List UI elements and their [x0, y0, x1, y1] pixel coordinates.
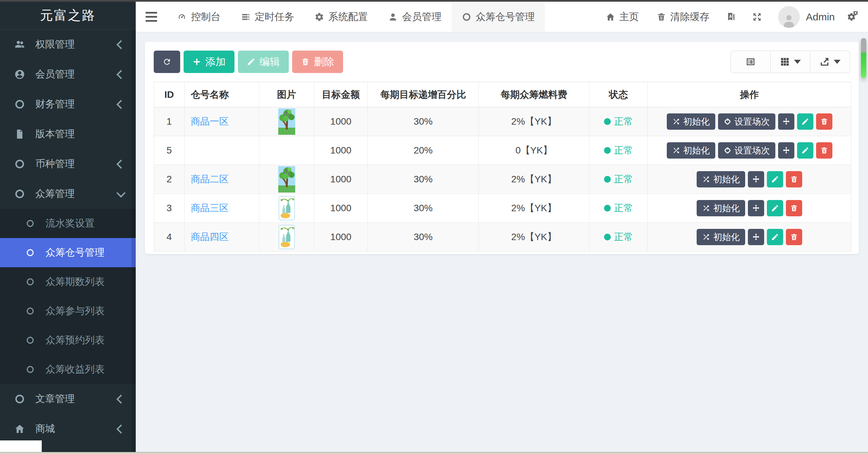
home-icon: [14, 423, 32, 434]
cell-name: 商品二区: [185, 165, 259, 194]
sidebar-scrollbar-track[interactable]: [131, 30, 136, 454]
circle-icon: [14, 188, 32, 199]
sidebar-subitem-众筹预约列表[interactable]: 众筹预约列表: [0, 326, 136, 355]
nav-link-home[interactable]: 主页: [597, 2, 648, 32]
pencil-icon: [801, 117, 809, 126]
row-edit-button[interactable]: [797, 113, 813, 130]
fullscreen-button[interactable]: [744, 2, 770, 32]
drag-sort-button[interactable]: [748, 229, 764, 245]
nav-tab-4[interactable]: 会员管理: [378, 2, 452, 32]
nav-tab-5[interactable]: 众筹仓号管理: [452, 2, 545, 32]
row-delete-button[interactable]: [786, 229, 802, 245]
warehouse-name-link[interactable]: 商品四区: [191, 232, 229, 242]
cell-name: 商品一区: [185, 107, 259, 136]
row-delete-button[interactable]: [816, 142, 832, 159]
refresh-button[interactable]: [154, 51, 180, 73]
cell-amount: 1000: [314, 136, 368, 165]
vase-image[interactable]: [279, 225, 295, 249]
status-dot-icon: [604, 176, 611, 183]
circle-icon: [26, 365, 43, 374]
sidebar-item-会员管理[interactable]: 会员管理: [0, 59, 136, 89]
row-edit-button[interactable]: [767, 200, 783, 216]
warehouse-name-link[interactable]: 商品三区: [191, 203, 229, 213]
tag-icon: [723, 146, 732, 155]
sidebar-item-币种管理[interactable]: 币种管理: [0, 149, 136, 179]
cell-status: 正常: [589, 107, 648, 136]
sidebar-subitem-label: 流水奖设置: [45, 217, 95, 230]
vase-image[interactable]: [279, 196, 295, 220]
drag-sort-button[interactable]: [748, 200, 764, 216]
nav-tab-2[interactable]: 定时任务: [231, 2, 304, 32]
cell-image: [259, 223, 314, 252]
language-button[interactable]: [718, 2, 744, 32]
settings-gears-button[interactable]: [843, 2, 868, 32]
set-sessions-button[interactable]: 设置场次: [718, 113, 775, 130]
sidebar-subitem-众筹收益列表[interactable]: 众筹收益列表: [0, 355, 136, 384]
init-button[interactable]: 初始化: [697, 171, 745, 187]
pencil-icon: [771, 204, 779, 212]
sidebar-item-商城[interactable]: 商城: [0, 414, 136, 444]
nav-link-clear-cache[interactable]: 清除缓存: [648, 2, 718, 32]
warehouse-name-link[interactable]: 商品一区: [191, 116, 229, 127]
tree-image[interactable]: [278, 108, 295, 135]
init-button[interactable]: 初始化: [667, 113, 715, 130]
avatar: [778, 6, 800, 28]
row-delete-button[interactable]: [786, 200, 802, 216]
sidebar-item-权限管理[interactable]: 权限管理: [0, 30, 136, 59]
circle-icon: [26, 277, 43, 286]
nav-tab-1[interactable]: 控制台: [167, 2, 231, 32]
sidebar-subitem-众筹参与列表[interactable]: 众筹参与列表: [0, 296, 136, 326]
pencil-icon: [801, 146, 809, 155]
pencil-icon: [247, 57, 256, 66]
detail-view-button[interactable]: [731, 51, 770, 73]
users-icon: [14, 39, 32, 50]
cell-actions: 初始化: [648, 165, 851, 194]
tree-image[interactable]: [278, 166, 295, 193]
nav-tab-3[interactable]: 系统配置: [304, 2, 378, 32]
table-row: 4商品四区100030%2%【YK】正常初始化: [154, 223, 851, 252]
drag-sort-button[interactable]: [748, 171, 764, 187]
add-button[interactable]: 添加: [184, 51, 234, 73]
sidebar-item-众筹管理[interactable]: 众筹管理: [0, 179, 136, 209]
trash-icon: [790, 233, 798, 241]
status-label: 正常: [614, 115, 633, 128]
cell-image: [259, 165, 314, 194]
set-sessions-button[interactable]: 设置场次: [718, 142, 775, 159]
nav-tab-label: 控制台: [191, 10, 221, 24]
edit-button[interactable]: 编辑: [238, 51, 289, 73]
sidebar-subitem-label: 众筹仓号管理: [45, 246, 105, 259]
init-button[interactable]: 初始化: [697, 229, 745, 245]
user-menu[interactable]: Admin: [770, 2, 843, 32]
sidebar-subitem-众筹仓号管理[interactable]: 众筹仓号管理: [0, 238, 136, 267]
drag-sort-button[interactable]: [778, 142, 794, 159]
sidebar-item-版本管理[interactable]: 版本管理: [0, 119, 136, 149]
export-button[interactable]: [810, 51, 850, 73]
warehouse-name-link[interactable]: 商品二区: [191, 174, 229, 184]
row-edit-button[interactable]: [797, 142, 813, 159]
init-button[interactable]: 初始化: [667, 142, 715, 159]
row-delete-button[interactable]: [816, 113, 832, 130]
list-view-icon: [746, 57, 756, 67]
page-scrollbar-thumb[interactable]: [861, 38, 866, 78]
cell-status: 正常: [589, 223, 648, 252]
cell-image: [259, 194, 314, 223]
row-delete-button[interactable]: [786, 171, 802, 187]
delete-button[interactable]: 删除: [292, 51, 343, 73]
row-edit-button[interactable]: [767, 229, 783, 245]
columns-view-button[interactable]: [770, 51, 810, 73]
drag-sort-button[interactable]: [778, 113, 794, 130]
shuffle-icon: [672, 146, 680, 155]
shuffle-icon: [702, 175, 710, 183]
sidebar-subitem-众筹期数列表[interactable]: 众筹期数列表: [0, 267, 136, 296]
sidebar-toggle-button[interactable]: [136, 2, 167, 32]
row-edit-button[interactable]: [767, 171, 783, 187]
sidebar-item-财务管理[interactable]: 财务管理: [0, 89, 136, 119]
pencil-icon: [771, 233, 779, 241]
action-button-label: 初始化: [683, 116, 710, 128]
sidebar-subitem-流水奖设置[interactable]: 流水奖设置: [0, 209, 136, 238]
cell-increase: 30%: [368, 107, 479, 136]
sidebar-item-文章管理[interactable]: 文章管理: [0, 384, 136, 414]
init-button[interactable]: 初始化: [697, 200, 745, 216]
file-icon: [14, 129, 32, 140]
circle-icon: [26, 219, 43, 228]
